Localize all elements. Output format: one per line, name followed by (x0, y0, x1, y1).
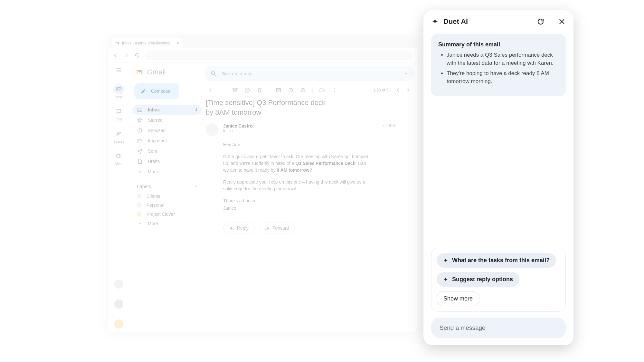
search-options-icon[interactable] (403, 71, 409, 76)
folder-label: Sent (148, 148, 157, 154)
summary-bullet: They're hoping to have a deck ready 8 AM… (447, 70, 559, 85)
more-icon[interactable] (331, 87, 337, 93)
label-item-more[interactable]: More (132, 219, 202, 228)
label-item-clients[interactable]: Clients (132, 192, 202, 201)
add-task-icon[interactable] (300, 87, 306, 93)
summary-title: Summary of this email (438, 41, 559, 48)
rail-label: Mail (116, 95, 122, 99)
summary-list: Janice needs a Q3 Sales performance deck… (438, 51, 559, 86)
brand-text: Gmail (147, 68, 166, 76)
rail-item-meet[interactable]: Meet (113, 151, 124, 166)
new-tab-button[interactable]: + (185, 39, 193, 47)
pencil-icon (141, 88, 147, 94)
sidebar-item-important[interactable]: Important (132, 136, 202, 146)
sender-avatar (206, 123, 219, 136)
suggestion-block: What are the tasks from this email?Sugge… (431, 248, 566, 312)
file-icon (137, 158, 143, 164)
gmail-logo-icon (135, 68, 144, 77)
label-swatch (137, 194, 141, 198)
rail-item-chat[interactable]: Chat (113, 107, 124, 121)
status-avatar[interactable] (114, 280, 123, 289)
folder-label: Important (148, 138, 167, 143)
compose-label: Compose (151, 89, 170, 94)
report-spam-icon[interactable] (244, 87, 250, 93)
svg-point-2 (119, 132, 121, 134)
rail-label: Meet (115, 162, 122, 166)
duet-ai-panel: Duet AI Summary of this email Janice nee… (423, 10, 573, 345)
delete-icon[interactable] (257, 87, 262, 93)
chevron-icon (137, 169, 143, 175)
svg-point-12 (334, 88, 335, 89)
browser-tab-title: Inbox - asante.ofori@cymbal (122, 41, 171, 45)
refresh-button[interactable] (537, 18, 545, 25)
gmail-window: Inbox - asante.ofori@cymbal × + Mail Cha… (108, 35, 417, 332)
rail-item-mail[interactable]: Mail (113, 84, 124, 99)
svg-point-1 (117, 132, 119, 134)
mail-main: Search in mail 1-50 of 58 (204, 62, 417, 332)
move-to-icon[interactable] (319, 87, 325, 93)
composer-placeholder: Send a message (440, 324, 486, 331)
folder-label: More (148, 169, 158, 174)
gmail-favicon-icon (115, 41, 119, 45)
url-bar[interactable] (145, 51, 412, 60)
star-icon (137, 117, 143, 123)
folder-label: Snoozed (148, 128, 166, 133)
labels-heading: Labels (137, 184, 151, 189)
sparkle-icon (431, 18, 439, 25)
chevron-down-icon[interactable] (234, 129, 237, 132)
sidebar-item-drafts[interactable]: Drafts (132, 157, 202, 166)
folder-list: Inbox4StarredSnoozedImportantSentDraftsM… (132, 105, 202, 176)
status-avatar[interactable] (114, 300, 123, 309)
suggestion-chip[interactable]: What are the tasks from this email? (437, 253, 556, 268)
label-item-project-clover[interactable]: Project Clover (132, 210, 202, 219)
chip-label: What are the tasks from this email? (452, 257, 550, 264)
snooze-icon[interactable] (288, 87, 294, 93)
tab-close-icon[interactable]: × (177, 41, 179, 46)
forward-icon[interactable] (123, 52, 129, 58)
svg-rect-7 (233, 88, 237, 89)
search-input[interactable]: Search in mail (204, 66, 414, 81)
archive-icon[interactable] (232, 87, 238, 93)
label-text: Personal (147, 203, 164, 208)
prev-page-icon[interactable] (395, 87, 401, 93)
message-body: Hey Ann, Got a quick and urgent favor to… (204, 139, 372, 223)
important-icon (137, 138, 143, 144)
menu-icon[interactable] (116, 67, 122, 73)
reply-button[interactable]: Reply (223, 223, 255, 233)
add-label-icon[interactable]: + (194, 184, 197, 189)
signature-name: Janice (223, 205, 369, 212)
browser-toolbar (108, 48, 417, 62)
svg-point-6 (211, 71, 214, 74)
reply-arrow-icon (229, 225, 234, 231)
status-avatar[interactable] (114, 319, 123, 329)
reload-icon[interactable] (134, 52, 140, 58)
forward-button[interactable]: Forward (259, 223, 295, 233)
clock-icon (137, 128, 143, 133)
close-button[interactable] (558, 18, 566, 25)
label-item-personal[interactable]: Personal (132, 201, 202, 210)
rail-item-spaces[interactable]: Spaces (113, 129, 124, 143)
mark-unread-icon[interactable] (276, 87, 281, 93)
back-icon[interactable] (112, 52, 118, 58)
reply-label: Reply (237, 225, 249, 231)
back-to-inbox-icon[interactable] (208, 87, 213, 93)
next-page-icon[interactable] (405, 87, 411, 93)
sidebar-item-more[interactable]: More (132, 167, 202, 176)
mail-toolbar: 1-50 of 58 (204, 86, 414, 98)
sidebar-item-sent[interactable]: Sent (132, 146, 202, 156)
sidebar-item-starred[interactable]: Starred (132, 115, 202, 125)
browser-tab[interactable]: Inbox - asante.ofori@cymbal × (112, 38, 183, 48)
compose-button[interactable]: Compose (134, 83, 179, 99)
suggestion-chip[interactable]: Suggest reply options (437, 272, 519, 287)
message-time: 2:44PM (383, 123, 396, 128)
sidebar-item-snoozed[interactable]: Snoozed (132, 126, 202, 135)
label-text: Clients (147, 194, 160, 199)
chip-label: Suggest reply options (452, 276, 513, 283)
message-composer[interactable]: Send a message (431, 318, 566, 338)
signoff-line: Thanks a bunch, (223, 197, 369, 204)
rail-label: Spaces (113, 140, 124, 143)
show-more-button[interactable]: Show more (437, 291, 479, 306)
sparkle-icon (443, 258, 448, 263)
forward-arrow-icon (265, 225, 270, 231)
sidebar-item-inbox[interactable]: Inbox4 (132, 105, 202, 115)
